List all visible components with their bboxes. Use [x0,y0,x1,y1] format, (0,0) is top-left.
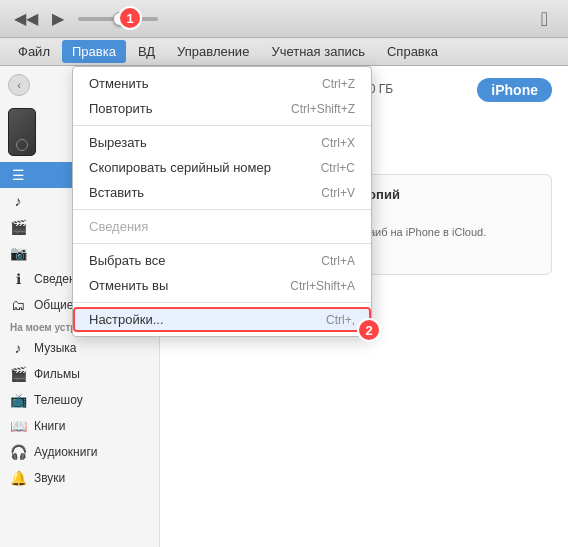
menu-manage[interactable]: Управление [167,40,259,63]
copy-serial-shortcut: Ctrl+C [321,161,355,175]
summary-icon: ☰ [10,167,26,183]
movies-icon: 🎬 [10,366,26,382]
title-bar: ◀◀ ▶  [0,0,568,38]
menu-redo[interactable]: Повторить Ctrl+Shift+Z [73,96,371,121]
playback-controls: ◀◀ ▶ [10,7,68,30]
nav-back-button[interactable]: ‹ [8,74,30,96]
deselect-shortcut: Ctrl+Shift+A [290,279,355,293]
back-button[interactable]: ◀◀ [10,7,42,30]
sidebar-item-audiobooks[interactable]: 🎧 Аудиокниги [0,439,159,465]
sidebar-books-label: Книги [34,419,65,433]
photo-tab-icon: 📷 [10,245,26,261]
select-all-label: Выбрать все [89,253,165,268]
paste-shortcut: Ctrl+V [321,186,355,200]
sidebar-music-label: Музыка [34,341,76,355]
iphone-badge: iPhone [477,78,552,102]
music-icon: ♪ [10,340,26,356]
menu-settings[interactable]: Настройки... Ctrl+, 2 [73,307,371,332]
sidebar-movies-label: Фильмы [34,367,80,381]
menu-select-all[interactable]: Выбрать все Ctrl+A [73,248,371,273]
menu-deselect[interactable]: Отменить вы Ctrl+Shift+A [73,273,371,298]
tv-icon: 📺 [10,392,26,408]
undo-label: Отменить [89,76,148,91]
sounds-icon: 🔔 [10,470,26,486]
separator-1 [73,125,371,126]
copy-serial-label: Скопировать серийный номер [89,160,271,175]
paste-label: Вставить [89,185,144,200]
menu-paste[interactable]: Вставить Ctrl+V [73,180,371,205]
sidebar-item-sounds[interactable]: 🔔 Звуки [0,465,159,491]
menu-file[interactable]: Файл [8,40,60,63]
separator-2 [73,209,371,210]
menu-help[interactable]: Справка [377,40,448,63]
sidebar-audiobooks-label: Аудиокниги [34,445,98,459]
sidebar-item-music[interactable]: ♪ Музыка [0,335,159,361]
separator-3 [73,243,371,244]
sidebar-sounds-label: Звуки [34,471,65,485]
menu-cut[interactable]: Вырезать Ctrl+X [73,130,371,155]
separator-4 [73,302,371,303]
step-badge-1: 1 [118,6,142,30]
menu-undo[interactable]: Отменить Ctrl+Z [73,71,371,96]
sidebar-item-tv[interactable]: 📺 Телешоу [0,387,159,413]
music-tab-icon: ♪ [10,193,26,209]
sidebar-tv-label: Телешоу [34,393,83,407]
cut-shortcut: Ctrl+X [321,136,355,150]
redo-label: Повторить [89,101,152,116]
apple-logo:  [541,7,548,30]
cut-label: Вырезать [89,135,147,150]
edit-dropdown-menu: Отменить Ctrl+Z Повторить Ctrl+Shift+Z В… [72,66,372,337]
menu-copy-serial[interactable]: Скопировать серийный номер Ctrl+C [73,155,371,180]
sidebar-item-books[interactable]: 📖 Книги [0,413,159,439]
info-label: Сведения [89,219,148,234]
info-icon: ℹ [10,271,26,287]
menu-view[interactable]: ВД [128,40,165,63]
select-all-shortcut: Ctrl+A [321,254,355,268]
deselect-label: Отменить вы [89,278,168,293]
menu-edit[interactable]: Правка [62,40,126,63]
step-badge-2: 2 [357,318,381,342]
undo-shortcut: Ctrl+Z [322,77,355,91]
settings-shortcut: Ctrl+, [326,313,355,327]
menu-info: Сведения [73,214,371,239]
forward-button[interactable]: ▶ [48,7,68,30]
film-tab-icon: 🎬 [10,219,26,235]
sidebar-item-movies[interactable]: 🎬 Фильмы [0,361,159,387]
books-icon: 📖 [10,418,26,434]
redo-shortcut: Ctrl+Shift+Z [291,102,355,116]
device-image [8,108,36,156]
audiobooks-icon: 🎧 [10,444,26,460]
files-icon: 🗂 [10,297,26,313]
menu-bar: Файл Правка ВД Управление Учетная запись… [0,38,568,66]
settings-label: Настройки... [89,312,164,327]
menu-account[interactable]: Учетная запись [261,40,375,63]
